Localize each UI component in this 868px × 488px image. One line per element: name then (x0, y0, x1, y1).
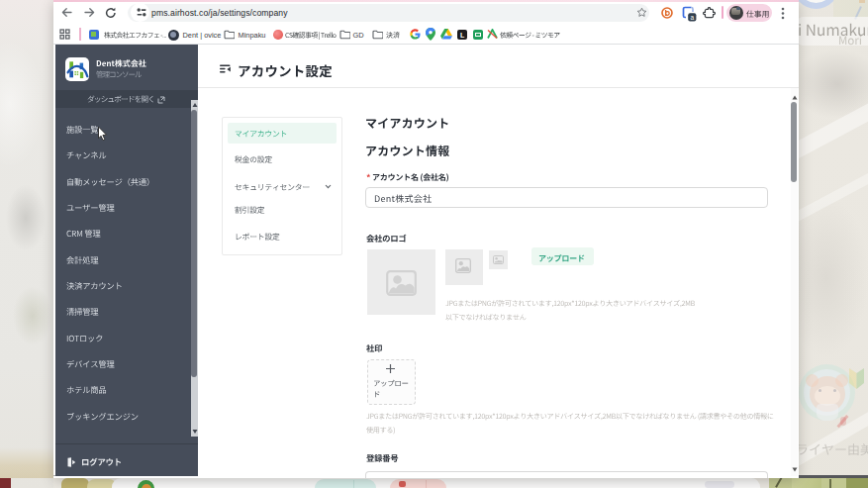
svg-text:a: a (690, 14, 694, 21)
